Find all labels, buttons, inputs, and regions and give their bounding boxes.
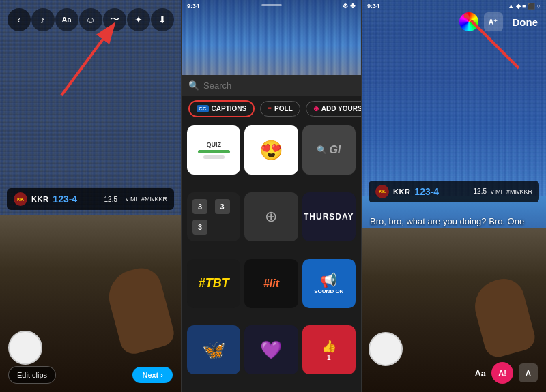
- captions-pill[interactable]: CC CAPTIONS: [188, 100, 255, 117]
- sound-icon: 📢: [320, 272, 337, 288]
- score-runs-p3: 123-4: [414, 186, 439, 197]
- text-button[interactable]: Aa: [55, 8, 78, 31]
- sticker-pills-row: CC CAPTIONS ≡ POLL ⊕ ADD YOURS: [182, 96, 361, 121]
- panel3-bottom-controls: Aa A! A: [362, 362, 546, 384]
- heart-sticker[interactable]: 💜: [244, 325, 298, 374]
- num-3b: 3: [215, 199, 230, 214]
- captions-label: CAPTIONS: [212, 105, 247, 112]
- thursday-sticker[interactable]: THURSDAY: [302, 192, 356, 241]
- thursday-text: THURSDAY: [304, 212, 354, 222]
- panel-2: 9:34 ⚙ ✤ 🔍 CC CAPTIONS ≡ POLL ⊕ ADD YOUR…: [181, 0, 362, 392]
- addyours-label: ADD YOURS: [321, 105, 362, 112]
- like-thumb-icon: 👍: [321, 339, 336, 354]
- gi-sticker[interactable]: 🔍 GI: [302, 125, 356, 175]
- quiz-bar2: [203, 155, 225, 159]
- lit-sticker[interactable]: #lit: [244, 259, 298, 308]
- edit-clips-button[interactable]: Edit clips: [8, 366, 56, 384]
- p3-signal-icons: ▲ ◆ ■ ⬛ ○: [508, 3, 541, 10]
- like-sticker[interactable]: 👍 1: [302, 325, 356, 374]
- search-icon: 🔍: [188, 80, 199, 91]
- hand-shape-p1: [103, 264, 177, 357]
- emoji-face: 😍: [259, 139, 283, 162]
- next-label: Next ›: [142, 371, 163, 379]
- sound-sticker[interactable]: 📢 SOUND ON: [302, 259, 356, 308]
- next-button[interactable]: Next ›: [132, 367, 173, 383]
- score-bar-p3: KK KKR 123-4 12.5 v MI #MIvKKR: [369, 181, 539, 202]
- panel1-toolbar: ‹ ♪ Aa ☺ 〜 ✦ ⬇: [0, 5, 181, 34]
- num-3a: 3: [192, 199, 207, 214]
- panel2-image-strip: 9:34 ⚙ ✤: [182, 0, 361, 75]
- color-picker-button[interactable]: [459, 12, 478, 31]
- add-icon: ⊕: [265, 208, 277, 226]
- captions-icon: CC: [197, 105, 209, 112]
- p3-time: 9:34: [367, 3, 379, 10]
- sticker-grid: QUIZ 😍 🔍 GI 3 3 3 ⊕ THURSDAY: [182, 121, 361, 392]
- quiz-sticker[interactable]: QUIZ: [187, 125, 240, 175]
- quiz-label: QUIZ: [206, 141, 221, 148]
- quiz-bar1: [198, 150, 230, 153]
- num-3c: 3: [192, 220, 207, 235]
- score-vs-p1: v MI: [126, 196, 137, 202]
- tbt-text: #TBT: [199, 276, 229, 290]
- score-overs-p1: 12.5: [104, 196, 117, 203]
- gi-text: GI: [329, 144, 341, 156]
- panel2-crowd: [182, 0, 361, 75]
- sparkle-button[interactable]: ✦: [127, 8, 150, 31]
- lit-text: #lit: [263, 277, 279, 290]
- poll-pill[interactable]: ≡ POLL: [260, 101, 300, 117]
- a1-button[interactable]: A!: [491, 362, 513, 384]
- heart-emoji: 💜: [260, 340, 282, 361]
- done-button[interactable]: Done: [513, 16, 538, 28]
- score-hash-p3: #MIvKKR: [506, 188, 532, 195]
- back-button[interactable]: ‹: [8, 8, 31, 31]
- music-button[interactable]: ♪: [31, 8, 55, 31]
- score-overs-p3: 12.5: [474, 187, 487, 195]
- panel3-status-bar: 9:34 ▲ ◆ ■ ⬛ ○: [362, 3, 546, 10]
- add-sticker[interactable]: ⊕: [244, 192, 298, 241]
- butterfly-emoji: 🦋: [202, 339, 226, 361]
- gi-search-icon: 🔍: [317, 145, 327, 155]
- doll-face-p3: [369, 332, 403, 366]
- hand-shape-p3: [469, 274, 538, 360]
- emoji-sticker[interactable]: 😍: [244, 125, 298, 175]
- sticker-button[interactable]: ☺: [79, 8, 102, 31]
- doll-face-p1: [8, 331, 42, 365]
- tbt-sticker[interactable]: #TBT: [187, 259, 240, 308]
- caption-text: Bro, bro, what are you doing? Bro. One: [370, 215, 538, 228]
- panel3-top-controls: A⁺ Done: [362, 12, 546, 31]
- a2-button[interactable]: A: [519, 363, 538, 382]
- team-name-p3: KKR: [393, 187, 410, 196]
- score-bar-p1: KK KKR 123-4 12.5 v MI #MIvKKR: [7, 188, 174, 210]
- kkr-logo: KK: [14, 192, 27, 206]
- addyours-icon: ⊕: [313, 105, 319, 112]
- score-vs-p3: v MI: [491, 188, 502, 195]
- p2-time: 9:34: [187, 3, 199, 10]
- score-hash-p1: #MIvKKR: [141, 196, 167, 202]
- kkr-logo-p3: KK: [375, 185, 389, 198]
- butterfly-sticker[interactable]: 🦋: [187, 325, 240, 374]
- search-bar[interactable]: 🔍: [182, 75, 361, 96]
- drag-handle: [261, 4, 282, 6]
- effect-button[interactable]: 〜: [103, 8, 126, 31]
- p2-icons: ⚙ ✤: [343, 3, 356, 10]
- score-runs-p1: 123-4: [53, 194, 77, 205]
- font-style-button[interactable]: A⁺: [484, 12, 503, 31]
- team-name-p1: KKR: [31, 195, 48, 203]
- poll-label: POLL: [274, 105, 293, 112]
- download-button[interactable]: ⬇: [151, 8, 174, 31]
- poll-icon: ≡: [268, 105, 272, 112]
- panel-3: 9:34 ▲ ◆ ■ ⬛ ○ A⁺ Done KK KKR 123-4 12.5…: [362, 0, 546, 392]
- aa-button[interactable]: Aa: [474, 368, 486, 378]
- like-count: 1: [327, 354, 331, 361]
- panel-1: ‹ ♪ Aa ☺ 〜 ✦ ⬇ KK KKR 123-4 12.5 v MI #M…: [0, 0, 181, 392]
- search-input[interactable]: [203, 80, 354, 91]
- numbers-sticker[interactable]: 3 3 3: [187, 192, 240, 241]
- panel1-bottom-controls: Edit clips Next ›: [0, 366, 181, 384]
- num-empty: [215, 220, 230, 235]
- sound-text: SOUND ON: [314, 288, 343, 295]
- addyours-pill[interactable]: ⊕ ADD YOURS: [306, 101, 362, 117]
